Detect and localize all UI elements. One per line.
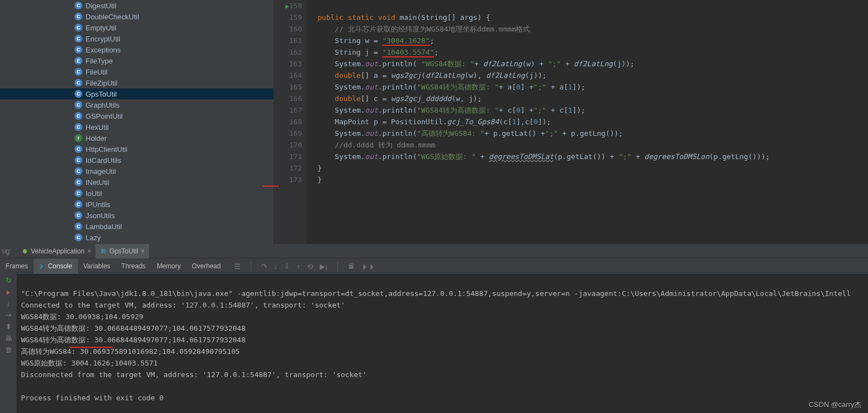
tab-memory[interactable]: Memory (151, 262, 186, 270)
class-icon: C (75, 167, 82, 175)
tree-item-hexutil[interactable]: CHexUtil (0, 121, 273, 133)
interface-icon: I (75, 134, 82, 142)
tree-item-label: JsonUtils (86, 211, 115, 220)
class-icon: C (75, 234, 82, 241)
editor-pane[interactable]: 158 159 160 161 162 163 164 165 166 167 … (273, 0, 868, 244)
bug-icon (22, 248, 28, 255)
class-icon: C (75, 112, 82, 120)
tree-item-holder[interactable]: IHolder (0, 133, 273, 144)
tree-item-ipuntils[interactable]: CIPUntils (0, 199, 273, 210)
tree-item-label: GpsToUtil (86, 90, 117, 98)
print-icon[interactable]: 🖶 (5, 334, 12, 342)
trace-icon[interactable]: ⏵⏵ (362, 262, 376, 271)
class-icon: C (75, 189, 82, 197)
evaluate-icon[interactable]: 🖩 (348, 262, 355, 271)
code-area[interactable]: ▶public static void main(String[] args) … (306, 0, 770, 244)
run-to-cursor-icon[interactable]: ▶¡ (320, 262, 327, 271)
tab-console[interactable]: Console (34, 258, 78, 274)
tree-item-doublecheckutil[interactable]: CDoubleCheckUtil (0, 11, 273, 22)
tab-threads[interactable]: Threads (116, 262, 151, 270)
class-icon: C (75, 46, 82, 54)
tree-item-lambdautil[interactable]: CLambdaUtil (0, 221, 273, 232)
tree-item-filetype[interactable]: EFileType (0, 55, 273, 66)
tree-item-fileutil[interactable]: CFileUtil (0, 66, 273, 77)
debug-controls: ☰ ↷ ↓ ⇩ ↑ ⟲ ▶¡ 🖩 ⏵⏵ (226, 261, 376, 271)
gutter: 158 159 160 161 162 163 164 165 166 167 … (273, 0, 306, 244)
step-into-icon[interactable]: ↓ (274, 262, 278, 271)
settings-icon[interactable]: ☰ (234, 262, 241, 271)
scroll-icon[interactable]: ⬍ (6, 322, 12, 331)
tree-item-httpclientutil[interactable]: CHttpClientUtil (0, 144, 273, 155)
step-over-icon[interactable]: ↷ (261, 262, 267, 271)
tree-item-label: Lazy (86, 234, 100, 242)
console-line: 高德转为WGS84: 30.069375891016982;104.059284… (21, 347, 240, 356)
force-step-icon[interactable]: ⇩ (284, 262, 290, 271)
console-side-controls: ↻ ⏵ ↓ ⇥ ⬍ 🖶 🗑 (0, 274, 17, 413)
debug-tabs: ug: VehicleApplication × GpsToUtil × (0, 244, 868, 258)
close-icon[interactable]: × (141, 247, 145, 255)
red-mark (70, 347, 113, 348)
rerun-icon[interactable]: ↻ (6, 276, 12, 284)
tree-item-exceptions[interactable]: CExceptions (0, 44, 273, 55)
run-tab-vehicle[interactable]: VehicleApplication × (17, 244, 96, 258)
console-output[interactable]: "C:\Program Files\Java\jdk1.8.0_181\bin\… (17, 274, 868, 413)
tree-item-label: IPUntils (86, 200, 110, 209)
tree-item-lazy[interactable]: CLazy (0, 232, 273, 243)
tree-item-label: DigestUtil (86, 2, 117, 10)
tree-item-label: ImageUtil (86, 167, 116, 176)
tree-item-idcardutils[interactable]: CIdCardUtils (0, 155, 273, 166)
tree-item-digestutil[interactable]: CDigestUtil (0, 0, 273, 11)
tree-item-fileziputil[interactable]: CFileZipUtil (0, 77, 273, 88)
tree-item-jsonutils[interactable]: CJsonUtils (0, 210, 273, 221)
tab-overhead[interactable]: Overhead (186, 262, 226, 270)
drop-frame-icon[interactable]: ⟲ (307, 262, 313, 271)
tree-item-imageutil[interactable]: CImageUtil (0, 166, 273, 177)
console-line: "C:\Program Files\Java\jdk1.8.0_181\bin\… (21, 289, 851, 298)
code-comment: // 北斗芯片获取的经纬度为WGS84地理坐标ddmm.mmmm格式 (335, 25, 530, 33)
step-out-icon[interactable]: ↑ (297, 262, 300, 271)
run-tab-gps[interactable]: GpsToUtil × (96, 244, 149, 258)
console-line: WGS84转为高德数据: 30.06684489497077;104.06175… (21, 336, 246, 344)
tree-item-gpstoutil[interactable]: CGpsToUtil (0, 88, 273, 99)
class-icon: C (75, 101, 82, 109)
tree-item-label: HexUtil (86, 123, 109, 131)
close-icon[interactable]: × (87, 247, 91, 255)
tree-item-emptyutil[interactable]: CEmptyUtil (0, 22, 273, 33)
clear-icon[interactable]: 🗑 (5, 346, 12, 354)
tree-item-inetutil[interactable]: CINetUtil (0, 177, 273, 188)
tab-variables[interactable]: Variables (78, 262, 116, 270)
tree-item-label: FileType (86, 57, 113, 65)
run-arrow-icon[interactable]: ▶ (285, 1, 289, 12)
project-tree[interactable]: CDigestUtilCDoubleCheckUtilCEmptyUtilCEn… (0, 0, 273, 244)
string-literal-w: "3004.1628" (382, 36, 430, 46)
console-line: Disconnected from the target VM, address… (21, 370, 367, 379)
console-icon (39, 263, 45, 269)
tree-item-ioutil[interactable]: CIoUtil (0, 188, 273, 199)
code-comment: //dd.dddd 转为 ddmm.mmmm (335, 141, 436, 149)
stop-icon[interactable]: ⏵ (5, 288, 12, 296)
tree-item-label: HttpClientUtil (86, 145, 128, 153)
tree-item-graphutils[interactable]: CGraphUtils (0, 99, 273, 110)
tree-item-label: GSPointUtil (86, 112, 123, 120)
class-icon: C (75, 123, 82, 131)
pause-icon[interactable]: ↓ (7, 299, 10, 308)
tree-item-label: Exceptions (86, 46, 121, 54)
class-icon: C (75, 24, 82, 31)
tree-item-label: LambdaUtil (86, 223, 122, 231)
tree-item-label: IdCardUtils (86, 156, 121, 165)
tab-frames[interactable]: Frames (0, 262, 34, 270)
class-icon: C (75, 90, 82, 98)
wrap-icon[interactable]: ⇥ (6, 311, 12, 319)
class-icon: C (75, 200, 82, 208)
svg-point-0 (23, 249, 27, 253)
svg-rect-1 (101, 249, 105, 253)
class-icon: E (75, 57, 82, 65)
run-tab-label: VehicleApplication (31, 247, 84, 255)
watermark: CSDN @carry杰 (808, 400, 861, 410)
tree-item-gspointutil[interactable]: CGSPointUtil (0, 110, 273, 121)
class-icon: C (75, 145, 82, 153)
tree-item-label: Holder (86, 134, 107, 142)
app-icon (100, 248, 107, 255)
tree-item-encryptutil[interactable]: CEncryptUtil (0, 33, 273, 44)
class-icon: C (75, 2, 82, 9)
